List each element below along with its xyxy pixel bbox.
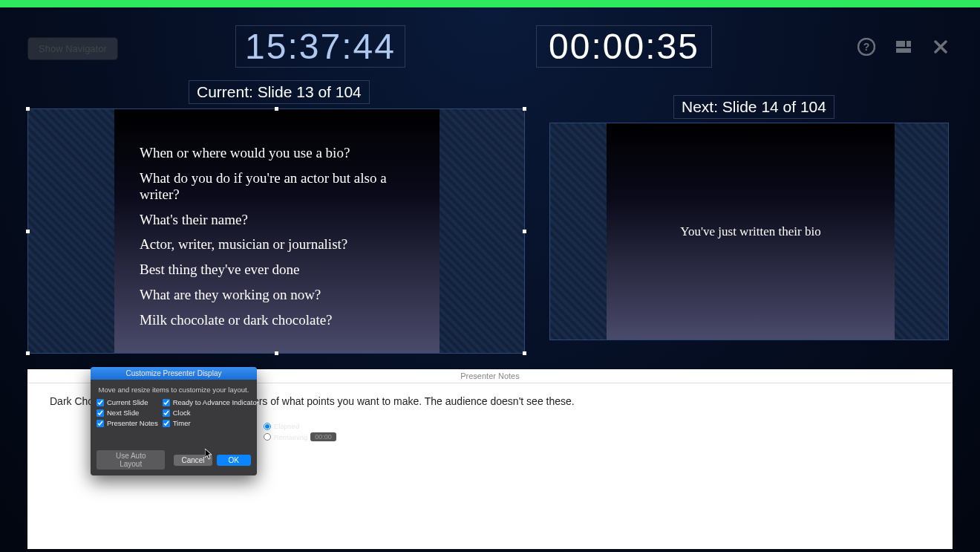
option-ready-indicator[interactable]: Ready to Advance Indicator	[163, 398, 259, 406]
option-presenter-notes[interactable]: Presenter Notes	[97, 419, 158, 427]
resize-handle[interactable]	[275, 351, 278, 355]
use-auto-layout-button[interactable]: Use Auto Layout	[97, 450, 165, 470]
option-current-slide[interactable]: Current Slide	[97, 398, 158, 406]
resize-handle[interactable]	[26, 230, 30, 233]
ok-button[interactable]: OK	[217, 455, 251, 466]
close-icon[interactable]	[931, 37, 950, 56]
svg-text:?: ?	[863, 41, 870, 53]
option-next-slide[interactable]: Next Slide	[97, 409, 158, 417]
resize-handle[interactable]	[26, 107, 30, 111]
ready-to-advance-indicator	[0, 0, 980, 7]
current-slide: When or where would you use a bio? What …	[114, 109, 440, 353]
clock-display[interactable]: 15:37:44	[235, 25, 405, 68]
slide-text: What do you do if you're an actor but al…	[140, 170, 414, 203]
resize-handle[interactable]	[523, 230, 526, 233]
resize-handle[interactable]	[523, 107, 526, 111]
slide-text: Milk chocolate or dark chocolate?	[140, 312, 414, 328]
option-timer[interactable]: Timer	[163, 419, 259, 427]
dialog-subtitle: Move and resize items to customize your …	[91, 380, 257, 398]
svg-rect-3	[906, 41, 911, 47]
resize-handle[interactable]	[275, 107, 278, 111]
slide-text: What are they working on now?	[140, 287, 414, 303]
svg-rect-4	[896, 48, 911, 53]
slide-text: You've just written their bio	[680, 224, 820, 239]
radio-elapsed[interactable]: Elapsed	[264, 422, 336, 430]
next-slide-label: Next: Slide 14 of 104	[673, 95, 834, 119]
svg-rect-2	[896, 41, 905, 47]
remaining-time-field[interactable]: 00:00	[310, 432, 336, 441]
option-clock[interactable]: Clock	[163, 409, 259, 417]
show-navigator-button[interactable]: Show Navigator	[27, 37, 118, 60]
next-slide: You've just written their bio	[607, 123, 895, 340]
slide-text: Best thing they've ever done	[140, 262, 414, 278]
customize-presenter-display-dialog[interactable]: Customize Presenter Display Move and res…	[91, 367, 257, 475]
resize-handle[interactable]	[26, 351, 30, 355]
layout-icon[interactable]	[894, 37, 913, 56]
current-slide-frame[interactable]: When or where would you use a bio? What …	[27, 108, 525, 354]
slide-text: What's their name?	[140, 212, 414, 228]
slide-text: Actor, writer, musician or journalist?	[140, 236, 414, 253]
slide-text: When or where would you use a bio?	[140, 145, 414, 161]
timer-display[interactable]: 00:00:35	[536, 25, 712, 68]
help-icon[interactable]: ?	[857, 37, 876, 56]
dialog-title: Customize Presenter Display	[91, 367, 257, 380]
next-slide-frame[interactable]: You've just written their bio	[549, 123, 949, 340]
cancel-button[interactable]: Cancel	[174, 455, 212, 466]
radio-remaining[interactable]: Remaining	[264, 433, 307, 441]
toolbar-icons: ?	[857, 37, 950, 56]
current-slide-label: Current: Slide 13 of 104	[189, 80, 370, 104]
resize-handle[interactable]	[523, 351, 526, 355]
